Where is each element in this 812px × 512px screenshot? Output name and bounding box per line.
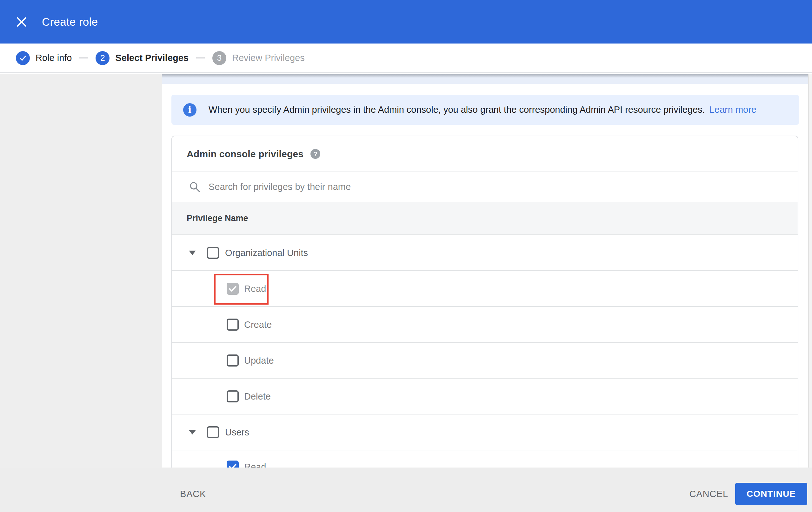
step-label: Role info — [35, 53, 72, 63]
step-number-circle: 2 — [95, 51, 110, 65]
cancel-button[interactable]: CANCEL — [690, 483, 728, 505]
card-header: Admin console privileges ? — [172, 136, 798, 172]
continue-button[interactable]: CONTINUE — [735, 483, 807, 505]
scrolled-banner-edge — [162, 74, 808, 84]
privilege-checkbox[interactable] — [227, 319, 239, 331]
app-bar: Create role — [0, 0, 812, 44]
privilege-row: Users — [172, 414, 798, 450]
learn-more-link[interactable]: Learn more — [709, 105, 756, 115]
selection-highlight-box — [214, 274, 268, 304]
step-connector — [79, 57, 88, 58]
privilege-checkbox[interactable] — [207, 426, 219, 438]
step-number-circle: 3 — [212, 51, 226, 65]
create-role-dialog: Create role Role info 2 Select Privilege… — [0, 0, 812, 512]
privilege-label: Create — [244, 319, 272, 330]
footer-action-bar: BACK CANCEL CONTINUE — [0, 467, 812, 512]
step-connector — [196, 57, 205, 58]
privilege-row: Delete — [172, 379, 798, 414]
collapse-arrow-icon[interactable] — [189, 251, 196, 255]
search-icon — [189, 181, 201, 193]
dialog-title: Create role — [42, 16, 98, 28]
check-icon — [19, 54, 27, 62]
column-header-privilege-name: Privilege Name — [187, 213, 248, 223]
collapse-arrow-icon[interactable] — [189, 430, 196, 434]
step-review-privileges[interactable]: 3 Review Privileges — [212, 51, 305, 65]
left-panel — [0, 74, 162, 512]
step-label: Review Privileges — [232, 53, 305, 63]
content-area: i When you specify Admin privileges in t… — [162, 74, 812, 512]
table-header-row: Privilege Name — [172, 202, 798, 235]
close-icon[interactable] — [16, 16, 28, 28]
privilege-row: Create — [172, 307, 798, 343]
privileges-card: Admin console privileges ? Privilege Nam… — [171, 136, 799, 512]
stepper: Role info 2 Select Privileges 3 Review P… — [0, 44, 812, 73]
privilege-list: Organizational Units Read — [172, 235, 798, 504]
step-select-privileges[interactable]: 2 Select Privileges — [95, 51, 188, 65]
card-title: Admin console privileges — [187, 149, 303, 159]
search-row — [172, 172, 798, 202]
step-complete-circle — [16, 51, 30, 65]
step-label: Select Privileges — [115, 53, 188, 63]
back-button[interactable]: BACK — [180, 483, 206, 505]
x-icon — [16, 16, 27, 28]
help-icon[interactable]: ? — [311, 149, 320, 159]
privilege-row: Update — [172, 343, 798, 379]
privilege-label: Users — [225, 427, 249, 437]
info-banner: i When you specify Admin privileges in t… — [171, 95, 799, 125]
banner-text: When you specify Admin privileges in the… — [208, 105, 705, 115]
privilege-label: Organizational Units — [225, 247, 308, 258]
privilege-checkbox[interactable] — [227, 354, 239, 367]
step-role-info[interactable]: Role info — [16, 51, 72, 65]
privilege-row: Read — [172, 271, 798, 307]
banner-text-wrap: When you specify Admin privileges in the… — [208, 105, 756, 115]
privilege-checkbox[interactable] — [207, 247, 219, 259]
privilege-label: Update — [244, 355, 274, 366]
search-input[interactable] — [208, 182, 798, 192]
info-icon: i — [183, 103, 197, 116]
vertical-scrollbar[interactable] — [808, 74, 812, 512]
privilege-row: Organizational Units — [172, 235, 798, 271]
privilege-checkbox[interactable] — [227, 390, 239, 402]
privilege-label: Delete — [244, 391, 271, 402]
